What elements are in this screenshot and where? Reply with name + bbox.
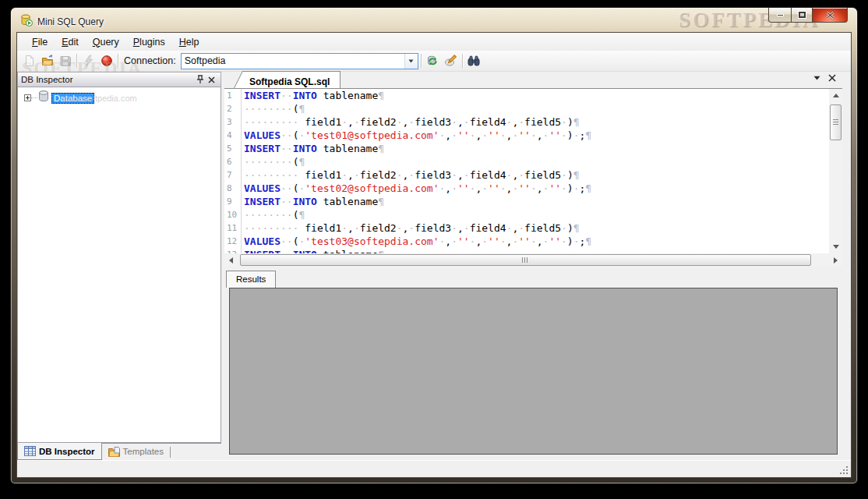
chevron-down-icon <box>813 76 820 80</box>
tab-separator <box>170 447 171 458</box>
edit-connection-button[interactable] <box>442 52 460 70</box>
scroll-down-button[interactable] <box>829 240 842 253</box>
connection-input[interactable] <box>182 54 404 69</box>
stop-record-icon <box>101 55 113 67</box>
results-tabstrip: Results <box>224 271 842 288</box>
editor-vertical-scrollbar[interactable] <box>829 89 842 253</box>
scroll-up-button[interactable] <box>829 89 842 102</box>
open-folder-icon <box>41 55 54 67</box>
templates-folder-icon <box>108 447 120 457</box>
tab-softpedia-sql[interactable]: Softpedia SQL.sql <box>234 71 340 88</box>
arrow-up-icon <box>833 94 839 97</box>
sql-editor[interactable]: 12345678910111213 INSERT··INTO tablename… <box>224 89 842 253</box>
arrow-left-icon <box>229 257 233 264</box>
thumb-grip <box>522 257 528 263</box>
refresh-connection-icon <box>426 55 439 67</box>
find-binoculars-icon <box>468 55 480 67</box>
minimize-button[interactable] <box>768 8 792 23</box>
chevron-down-icon <box>408 59 414 63</box>
pin-panel-button[interactable] <box>194 74 206 85</box>
db-inspector-panel: DB Inspector www.softpedia.com <box>17 72 221 460</box>
db-inspector-tree: www.softpedia.com Database <box>17 87 221 443</box>
tree-node-label[interactable]: Database <box>51 93 94 104</box>
db-inspector-title: DB Inspector <box>21 75 194 84</box>
document-panel: Softpedia SQL.sql <box>224 72 842 456</box>
tab-label: Templates <box>123 447 164 456</box>
document-tab-label: Softpedia SQL.sql <box>249 76 330 87</box>
thumb-grip <box>833 119 838 126</box>
menubar: File Edit Query Plugins Help <box>17 33 851 51</box>
db-inspector-header: DB Inspector <box>17 72 221 87</box>
horizontal-scroll-thumb[interactable] <box>240 254 811 266</box>
pin-icon <box>196 75 204 84</box>
menu-query[interactable]: Query <box>86 34 126 50</box>
arrow-down-icon <box>833 245 839 249</box>
expand-plus-icon[interactable] <box>24 94 31 101</box>
menu-edit[interactable]: Edit <box>55 34 86 50</box>
close-panel-button[interactable] <box>206 74 217 85</box>
menu-help[interactable]: Help <box>172 34 206 50</box>
close-icon <box>828 74 836 82</box>
toolbar-separator <box>421 54 422 68</box>
tab-label: DB Inspector <box>39 447 95 456</box>
tab-templates[interactable]: Templates <box>102 443 170 460</box>
tab-results[interactable]: Results <box>226 271 276 288</box>
save-button[interactable] <box>56 52 74 70</box>
connection-label: Connection: <box>124 55 176 66</box>
editor-gutter: 12345678910111213 <box>224 89 242 253</box>
close-button[interactable] <box>812 8 848 23</box>
menu-file[interactable]: File <box>25 34 55 50</box>
new-file-icon <box>23 55 36 67</box>
tree-node-database[interactable]: Database <box>24 90 221 105</box>
toolbar: SOFTPEDIA <box>17 51 851 72</box>
stop-query-button[interactable] <box>97 52 115 70</box>
document-list-dropdown[interactable] <box>813 76 820 80</box>
client-area: File Edit Query Plugins Help SOFTPEDIA <box>17 33 851 477</box>
execute-query-button[interactable] <box>79 52 97 70</box>
tab-db-inspector[interactable]: DB Inspector <box>17 443 102 460</box>
toolbar-separator <box>76 54 77 68</box>
scroll-right-button[interactable] <box>829 253 842 267</box>
results-grid-area[interactable] <box>229 288 838 455</box>
editor-horizontal-scrollbar[interactable] <box>224 253 842 267</box>
maximize-button[interactable] <box>791 8 813 23</box>
vertical-scroll-thumb[interactable] <box>830 104 842 140</box>
execute-lightning-icon <box>83 55 95 67</box>
editor-code[interactable]: INSERT··INTO tablename¶········(¶·······… <box>244 89 829 253</box>
edit-connection-icon <box>444 55 457 67</box>
resize-grip[interactable] <box>839 465 849 475</box>
close-icon <box>208 76 215 83</box>
document-tabstrip: Softpedia SQL.sql <box>224 72 842 89</box>
close-document-button[interactable] <box>828 74 836 82</box>
new-file-button[interactable] <box>20 52 38 70</box>
tree-connector <box>31 97 37 98</box>
app-icon <box>20 14 33 30</box>
window-title: Mini SQL Query <box>37 16 104 27</box>
bottom-tabstrip: DB Inspector Templates <box>17 443 221 460</box>
connection-combobox <box>181 53 418 69</box>
titlebar[interactable]: SOFTPEDIA Mini SQL Query <box>11 8 857 33</box>
close-icon <box>826 12 834 19</box>
app-window: SOFTPEDIA Mini SQL Query <box>11 8 857 483</box>
arrow-right-icon <box>834 257 838 264</box>
database-icon <box>38 90 49 105</box>
table-grid-icon <box>24 446 36 456</box>
find-button[interactable] <box>465 52 483 70</box>
menu-plugins[interactable]: Plugins <box>126 34 172 50</box>
scroll-left-button[interactable] <box>224 253 238 267</box>
refresh-connection-button[interactable] <box>424 52 442 70</box>
minimize-icon <box>777 14 784 16</box>
save-icon <box>59 55 72 67</box>
connection-dropdown-button[interactable] <box>404 54 418 69</box>
maximize-icon <box>799 12 806 18</box>
open-file-button[interactable] <box>38 52 56 70</box>
statusbar <box>17 460 851 477</box>
toolbar-separator <box>462 54 463 68</box>
main-content: DB Inspector www.softpedia.com <box>17 72 851 460</box>
toolbar-separator <box>118 54 118 68</box>
